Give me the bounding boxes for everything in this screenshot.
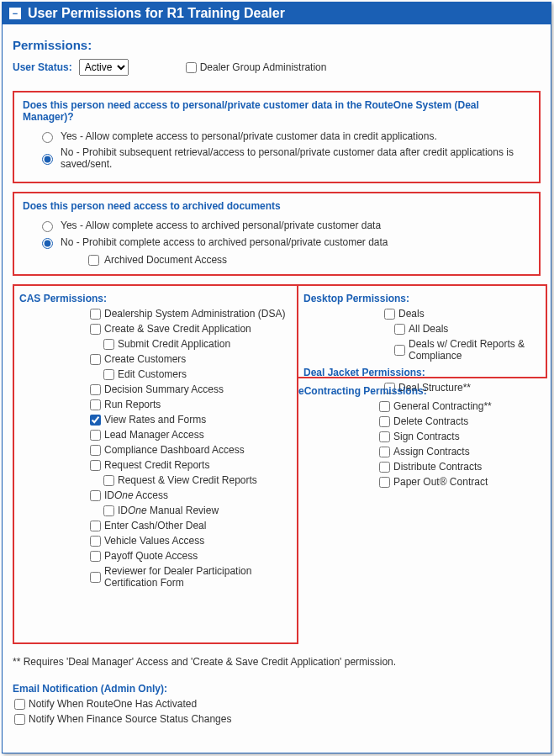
econtract-item-5-checkbox[interactable]	[379, 477, 390, 488]
desktop-item-0-row[interactable]: Deals	[384, 308, 541, 320]
cas-item-11-checkbox[interactable]	[103, 475, 114, 486]
cas-item-0-checkbox[interactable]	[90, 309, 101, 320]
cas-item-5-checkbox[interactable]	[90, 384, 101, 395]
cas-item-16-checkbox[interactable]	[90, 551, 101, 562]
cas-item-0-label: Dealership System Administration (DSA)	[104, 308, 285, 320]
cas-item-16-row[interactable]: Payoff Quote Access	[90, 550, 292, 562]
cas-item-5-row[interactable]: Decision Summary Access	[90, 383, 292, 395]
q2-no-radio[interactable]	[42, 238, 53, 249]
cas-item-17-checkbox[interactable]	[90, 572, 101, 583]
cas-item-15-row[interactable]: Vehicle Values Access	[90, 535, 292, 547]
desktop-title: Desktop Permissions:	[303, 293, 541, 304]
econtract-item-3-row[interactable]: Assign Contracts	[379, 446, 547, 457]
cas-item-7-row[interactable]: View Rates and Forms	[90, 414, 292, 426]
cas-item-6-checkbox[interactable]	[90, 399, 101, 410]
cas-item-3-label: Create Customers	[104, 353, 186, 365]
user-permissions-panel: − User Permissions for R1 Training Deale…	[2, 2, 551, 753]
cas-item-4-label: Edit Customers	[118, 368, 187, 380]
cas-item-14-label: Enter Cash/Other Deal	[104, 520, 206, 531]
econtract-item-2-row[interactable]: Sign Contracts	[379, 431, 547, 442]
cas-item-12-label: IDOne Access	[104, 489, 168, 501]
cas-item-2-label: Submit Credit Application	[118, 338, 230, 350]
cas-item-11-label: Request & View Credit Reports	[118, 474, 257, 486]
econtract-item-0-label: General Contracting**	[393, 400, 492, 412]
cas-item-12-row[interactable]: IDOne Access	[90, 489, 292, 501]
dealer-group-admin-checkbox[interactable]	[186, 62, 197, 73]
econtract-item-0-checkbox[interactable]	[379, 401, 390, 412]
cas-item-4-row[interactable]: Edit Customers	[103, 368, 292, 380]
q2-no-option[interactable]: No - Prohibit complete access to archive…	[38, 235, 530, 249]
cas-item-12-checkbox[interactable]	[90, 490, 101, 501]
email-item-0-label: Notify When RouteOne Has Activated	[29, 698, 197, 710]
econtract-item-3-label: Assign Contracts	[393, 446, 470, 457]
cas-item-3-row[interactable]: Create Customers	[90, 353, 292, 365]
cas-item-2-checkbox[interactable]	[103, 339, 114, 350]
econtract-item-5-row[interactable]: Paper Out® Contract	[379, 476, 547, 488]
cas-item-13-checkbox[interactable]	[103, 505, 114, 516]
email-item-1-checkbox[interactable]	[14, 714, 25, 725]
cas-title: CAS Permissions:	[19, 293, 292, 304]
econtract-item-1-checkbox[interactable]	[379, 416, 390, 427]
econtract-item-1-label: Delete Contracts	[393, 415, 468, 427]
archived-access-box: Does this person need access to archived…	[13, 192, 541, 276]
cas-item-13-row[interactable]: IDOne Manual Review	[103, 505, 292, 516]
econtract-item-4-row[interactable]: Distribute Contracts	[379, 461, 547, 473]
cas-item-7-checkbox[interactable]	[90, 415, 101, 426]
user-status-select[interactable]: Active	[79, 59, 129, 76]
cas-item-0-row[interactable]: Dealership System Administration (DSA)	[90, 308, 292, 320]
cas-item-8-checkbox[interactable]	[90, 430, 101, 441]
cas-item-10-checkbox[interactable]	[90, 460, 101, 471]
econtract-item-4-label: Distribute Contracts	[393, 461, 482, 473]
cas-item-14-row[interactable]: Enter Cash/Other Deal	[90, 520, 292, 531]
cas-item-8-row[interactable]: Lead Manager Access	[90, 429, 292, 441]
collapse-icon[interactable]: −	[9, 8, 21, 19]
econtract-item-2-label: Sign Contracts	[393, 431, 460, 442]
cas-item-2-row[interactable]: Submit Credit Application	[103, 338, 292, 350]
cas-item-3-checkbox[interactable]	[90, 354, 101, 365]
email-item-0-row[interactable]: Notify When RouteOne Has Activated	[14, 698, 541, 710]
econtract-item-3-checkbox[interactable]	[379, 447, 390, 457]
panel-title: User Permissions for R1 Training Dealer	[28, 6, 285, 21]
econtract-item-1-row[interactable]: Delete Contracts	[379, 415, 547, 427]
q2-yes-option[interactable]: Yes - Allow complete access to archived …	[38, 219, 530, 232]
cas-item-15-label: Vehicle Values Access	[104, 535, 204, 547]
email-item-0-checkbox[interactable]	[14, 699, 25, 710]
cas-item-9-checkbox[interactable]	[90, 445, 101, 456]
q2-question: Does this person need access to archived…	[23, 200, 530, 212]
q1-yes-radio[interactable]	[42, 132, 53, 143]
archived-document-access-checkbox[interactable]	[88, 255, 99, 266]
cas-item-17-row[interactable]: Reviewer for Dealer Participation Certif…	[90, 565, 292, 589]
cas-item-1-checkbox[interactable]	[90, 324, 101, 335]
archived-document-access-label: Archived Document Access	[104, 254, 227, 266]
desktop-item-0-checkbox[interactable]	[384, 309, 395, 320]
personal-data-access-box: Does this person need access to personal…	[13, 91, 541, 183]
email-title: Email Notification (Admin Only):	[13, 683, 541, 695]
email-item-1-row[interactable]: Notify When Finance Source Status Change…	[14, 713, 541, 725]
cas-item-14-checkbox[interactable]	[90, 521, 101, 531]
cas-item-15-checkbox[interactable]	[90, 536, 101, 547]
cas-item-10-row[interactable]: Request Credit Reports	[90, 459, 292, 471]
cas-item-1-row[interactable]: Create & Save Credit Application	[90, 323, 292, 335]
desktop-item-1-checkbox[interactable]	[394, 324, 405, 335]
desktop-permissions-box: Desktop Permissions: DealsAll DealsDeals…	[298, 284, 547, 378]
cas-item-13-label: IDOne Manual Review	[118, 505, 219, 516]
desktop-item-2-row[interactable]: Deals w/ Credit Reports & Compliance	[394, 338, 541, 362]
q1-yes-option[interactable]: Yes - Allow complete access to personal/…	[38, 130, 530, 143]
q2-yes-radio[interactable]	[42, 221, 53, 232]
cas-item-17-label: Reviewer for Dealer Participation Certif…	[104, 565, 292, 589]
q1-no-radio[interactable]	[42, 154, 53, 165]
cas-item-6-row[interactable]: Run Reports	[90, 399, 292, 410]
econtract-item-0-row[interactable]: General Contracting**	[379, 400, 547, 412]
cas-item-9-row[interactable]: Compliance Dashboard Access	[90, 444, 292, 456]
cas-item-11-row[interactable]: Request & View Credit Reports	[103, 474, 292, 486]
desktop-item-2-label: Deals w/ Credit Reports & Compliance	[409, 338, 541, 362]
q1-question: Does this person need access to personal…	[23, 99, 530, 123]
q1-no-option[interactable]: No - Prohibit subsequent retrieval/acces…	[38, 146, 530, 170]
cas-item-8-label: Lead Manager Access	[104, 429, 204, 441]
desktop-item-1-row[interactable]: All Deals	[394, 323, 541, 335]
econtract-item-2-checkbox[interactable]	[379, 431, 390, 442]
econtract-item-4-checkbox[interactable]	[379, 462, 390, 473]
email-item-1-label: Notify When Finance Source Status Change…	[29, 713, 231, 725]
cas-item-4-checkbox[interactable]	[103, 369, 114, 380]
desktop-item-2-checkbox[interactable]	[394, 345, 405, 356]
